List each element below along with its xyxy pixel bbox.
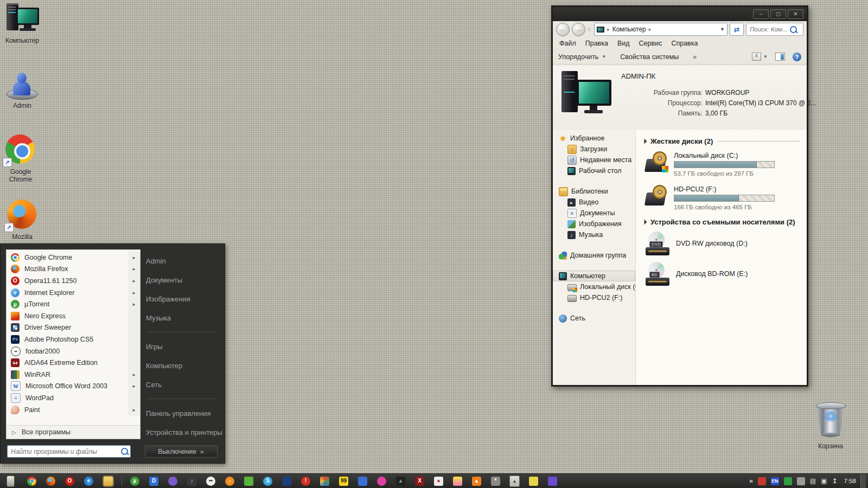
start-menu-item[interactable]: Игры [146, 337, 222, 356]
start-program-item[interactable]: PsAdobe Photoshop CS5 [7, 333, 140, 345]
chrome[interactable] [27, 477, 36, 486]
pinned-app[interactable] [320, 477, 329, 486]
address-dropdown-icon[interactable]: ▼ [720, 27, 725, 32]
start-program-item[interactable]: Nero Express [7, 310, 140, 322]
menu-Файл[interactable]: Файл [559, 40, 576, 47]
group-header[interactable]: Жесткие диски (2) [640, 137, 802, 145]
network-icon[interactable]: ▤ [810, 477, 816, 485]
start-program-item[interactable]: ≡WordPad [7, 392, 140, 404]
pinned-app[interactable] [548, 477, 557, 486]
tray-icon[interactable]: ▣ [821, 477, 827, 485]
menu-Правка[interactable]: Правка [585, 40, 608, 47]
close-button[interactable]: ✕ [788, 9, 803, 19]
nav-item-Документы[interactable]: Документы [553, 208, 635, 219]
start-menu-search[interactable] [7, 445, 131, 458]
menu-Вид[interactable]: Вид [617, 40, 630, 47]
forward-button[interactable]: → [572, 23, 585, 36]
nav-item-Локальный диск (C:)[interactable]: Локальный диск (C:) [553, 281, 635, 292]
maximize-button[interactable]: ▢ [770, 9, 786, 19]
start-menu-item[interactable]: Документы [146, 271, 222, 290]
drive-item[interactable]: HD-PCU2 (F:)166 ГБ свободно из 465 ГБ [646, 184, 802, 210]
clock[interactable]: 7:58 [844, 478, 856, 484]
language-indicator[interactable]: EN [771, 477, 779, 485]
start-program-item[interactable]: Paint▸ [7, 404, 140, 416]
menu-Сервис[interactable]: Сервис [639, 40, 662, 47]
start-menu-item[interactable]: Сеть [146, 375, 222, 394]
device-item[interactable]: BDДисковод BD-ROM (E:) [646, 262, 802, 286]
start-menu-item[interactable]: Музыка [146, 309, 222, 328]
start-menu-item[interactable]: Admin [146, 252, 222, 271]
skype[interactable]: S [263, 477, 272, 486]
start-program-item[interactable]: WinRAR▸ [7, 369, 140, 381]
firefox[interactable] [46, 477, 55, 486]
start-program-item[interactable]: eInternet Explorer▸ [7, 287, 140, 299]
nav-item-Сеть[interactable]: Сеть [553, 313, 635, 324]
start-button[interactable] [7, 476, 15, 487]
desktop-icon-mozilla[interactable]: ↗ Mozilla [0, 200, 44, 241]
show-desktop-button[interactable] [860, 474, 866, 488]
pinned-app[interactable]: X [415, 477, 424, 486]
preview-pane-button[interactable] [775, 53, 785, 61]
start-program-item[interactable]: 64AIDA64 Extreme Edition [7, 357, 140, 369]
pinned-app[interactable] [529, 477, 538, 486]
nav-item-Компьютер[interactable]: Компьютер [553, 271, 635, 281]
start-program-item[interactable]: ••foobar2000 [7, 345, 140, 357]
nav-item-HD-PCU2 (F:)[interactable]: HD-PCU2 (F:) [553, 292, 635, 303]
breadcrumb-item[interactable]: Компьютер [612, 25, 646, 33]
desktop-icon-recycle-bin[interactable]: ♻ Корзина [808, 401, 853, 451]
start-program-item[interactable]: Google Chrome▸ [7, 252, 140, 264]
pinned-app[interactable]: D [149, 477, 158, 486]
utorrent[interactable]: µ [130, 477, 139, 486]
explorer-folder[interactable] [103, 476, 113, 486]
desktop-icon-admin[interactable]: Admin [0, 68, 44, 110]
pinned-app[interactable]: * [491, 477, 500, 486]
tray-app[interactable] [784, 477, 792, 485]
pinned-app[interactable]: ▲ [396, 477, 405, 486]
start-menu-item[interactable]: Панель управления [146, 404, 222, 423]
nav-item-Избранное[interactable]: Избранное [553, 133, 635, 144]
internet-explorer[interactable]: e [84, 477, 93, 486]
tray-expander-button[interactable]: ▲ [509, 476, 520, 487]
overflow-chevron[interactable]: » [749, 477, 753, 485]
help-button[interactable]: ? [793, 53, 801, 61]
title-bar[interactable]: – ▢ ✕ [553, 7, 807, 21]
back-button[interactable]: ← [556, 23, 570, 36]
nav-item-Загрузки[interactable]: Загрузки [553, 144, 635, 155]
pinned-app[interactable] [168, 477, 177, 486]
tray-icon[interactable]: ↥ [832, 477, 838, 485]
nav-item-Библиотеки[interactable]: Библиотеки [553, 186, 635, 197]
explorer-search-input[interactable] [749, 25, 790, 33]
system-properties-button[interactable]: Свойства системы [620, 53, 679, 61]
nav-item-Видео[interactable]: Видео [553, 197, 635, 208]
pinned-app[interactable] [358, 477, 367, 486]
history-dropdown-icon[interactable]: ▽ [588, 27, 591, 32]
start-program-item[interactable]: OOpera11.61 1250▸ [7, 275, 140, 287]
tray-app[interactable] [797, 477, 805, 485]
tray-app[interactable] [758, 477, 766, 485]
start-program-item[interactable]: µµTorrent▸ [7, 298, 140, 310]
pinned-app[interactable] [453, 477, 462, 486]
toolbar-overflow-button[interactable]: » [693, 53, 697, 61]
pinned-app[interactable] [282, 477, 291, 486]
nav-item-Музыка[interactable]: Музыка [553, 229, 635, 240]
device-item[interactable]: DVDDVD RW дисковод (D:) [646, 232, 802, 255]
start-menu-item[interactable]: Устройства и принтеры [146, 423, 222, 442]
pinned-app[interactable] [244, 477, 253, 486]
organize-button[interactable]: Упорядочить ▼ [558, 53, 606, 61]
start-program-item[interactable]: WMicrosoft Office Word 2003▸ [7, 381, 140, 393]
desktop-icon-google-chrome[interactable]: ↗ Google Chrome [0, 134, 41, 184]
shutdown-button[interactable]: Выключение ▶ [145, 445, 218, 458]
pinned-app[interactable]: ! [301, 477, 310, 486]
counter-badge[interactable]: 99 [339, 477, 348, 486]
opera[interactable]: O [65, 477, 74, 486]
pinned-app[interactable]: ▲ [472, 477, 481, 486]
nav-item-Изображения[interactable]: Изображения [553, 219, 635, 229]
breadcrumb[interactable]: ▸ Компьютер ▸ ▼ [594, 23, 727, 36]
pinned-app[interactable] [377, 477, 386, 486]
start-menu-item[interactable]: Изображения [146, 290, 222, 309]
start-program-item[interactable]: Driver Sweeper [7, 322, 140, 334]
explorer-search[interactable] [746, 23, 803, 36]
nav-item-Недавние места[interactable]: Недавние места [553, 155, 635, 165]
pinned-app[interactable]: ♪ [187, 477, 196, 486]
start-menu-item[interactable]: Компьютер [146, 356, 222, 375]
